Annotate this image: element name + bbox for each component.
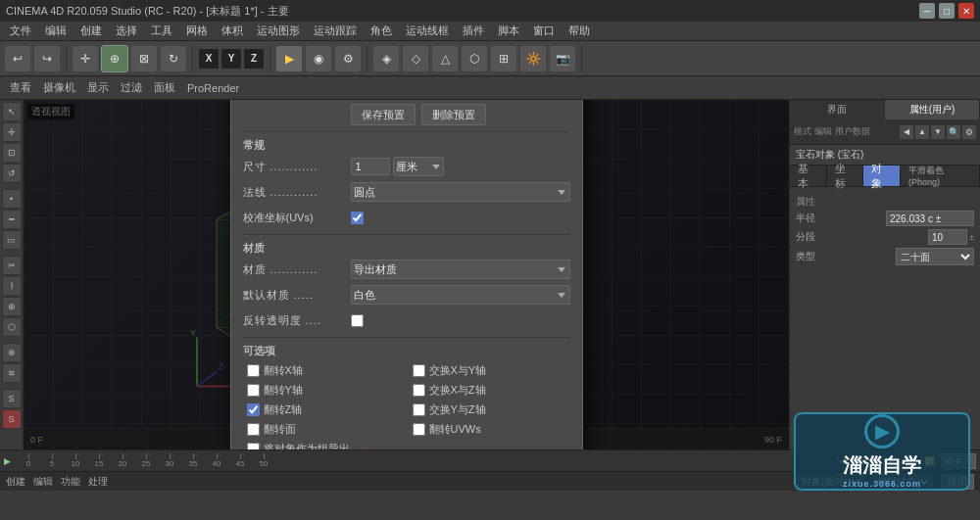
tool-z-constraint[interactable]: Z <box>243 48 265 70</box>
flip-x-checkbox[interactable] <box>247 364 260 377</box>
tool-scale[interactable]: ⊠ <box>130 45 158 72</box>
rp-tab-interface[interactable]: 界面 <box>790 100 885 119</box>
segments-input[interactable] <box>928 229 967 245</box>
tool-obj4[interactable]: ⬡ <box>461 45 488 72</box>
menu-item-14[interactable]: 帮助 <box>563 23 596 40</box>
reflectance-checkbox[interactable] <box>351 314 364 327</box>
menu-item-8[interactable]: 运动跟踪 <box>308 23 363 40</box>
tool-obj3[interactable]: △ <box>431 45 459 72</box>
timeline-ruler[interactable]: 05101520253035404550 <box>17 450 831 471</box>
lp-edge[interactable]: ━ <box>2 210 22 229</box>
radius-input[interactable] <box>886 211 974 226</box>
menu-item-12[interactable]: 脚本 <box>492 23 525 40</box>
flip-z-checkbox[interactable] <box>247 403 260 416</box>
tool-obj1[interactable]: ◈ <box>372 45 400 72</box>
tl-next[interactable]: ▶| <box>883 454 900 467</box>
rp-tab-attributes[interactable]: 属性(用户) <box>885 100 980 119</box>
rp-icon-arrow-down[interactable]: ▼ <box>931 125 945 139</box>
lp-point[interactable]: • <box>2 189 22 209</box>
lp-poly[interactable]: ▭ <box>2 230 22 250</box>
bb-apply-button[interactable]: 应用 <box>941 474 974 490</box>
obj-tab-object[interactable]: 对象 <box>863 165 901 186</box>
tool-obj6[interactable]: 🔆 <box>519 45 547 72</box>
tool-rotate[interactable]: ↻ <box>160 45 187 72</box>
menu-item-5[interactable]: 网格 <box>180 23 214 40</box>
obj-tab-basic[interactable]: 基本 <box>790 165 827 186</box>
uv-checkbox[interactable] <box>351 212 364 224</box>
save-preset-button[interactable]: 保存预置 <box>351 104 416 125</box>
lp-extrude[interactable]: ⊕ <box>2 297 22 316</box>
tool-x-constraint[interactable]: X <box>198 48 220 70</box>
lp-move[interactable]: ✛ <box>2 122 22 142</box>
close-button[interactable]: ✕ <box>958 3 974 19</box>
lp-scale[interactable]: ⊡ <box>2 143 22 163</box>
tool-select[interactable]: ✛ <box>72 45 99 72</box>
rp-icon-arrow-up[interactable]: ▲ <box>915 125 929 139</box>
tool-render-view[interactable]: ◉ <box>305 45 332 72</box>
lp-rotate[interactable]: ↺ <box>2 164 22 183</box>
maximize-button[interactable]: □ <box>939 3 955 19</box>
bb-process[interactable]: 处理 <box>88 475 108 489</box>
tool-y-constraint[interactable]: Y <box>220 48 242 70</box>
rp-icon-settings[interactable]: ⚙ <box>962 125 976 139</box>
lp-magnet[interactable]: ⊗ <box>2 343 22 362</box>
tool-move[interactable]: ⊕ <box>101 45 128 72</box>
size-unit-select[interactable]: 厘米 毫米 米 <box>393 157 444 176</box>
bb-function[interactable]: 功能 <box>61 475 80 489</box>
flip-y-checkbox[interactable] <box>247 384 260 397</box>
tool-undo[interactable]: ↩ <box>4 45 31 72</box>
menu-item-10[interactable]: 运动线框 <box>400 23 455 40</box>
tool-obj5[interactable]: ⊞ <box>490 45 517 72</box>
bb-object-mode-select[interactable]: 对象(相对) <box>797 474 864 490</box>
vp-menu-camera[interactable]: 摄像机 <box>39 80 79 95</box>
tool-obj2[interactable]: ◇ <box>402 45 429 72</box>
bb-create[interactable]: 创建 <box>6 475 25 489</box>
delete-preset-button[interactable]: 删除预置 <box>421 104 486 125</box>
obj-tab-coord[interactable]: 坐标 <box>827 165 864 186</box>
vp-menu-prorender[interactable]: ProRender <box>183 82 243 94</box>
tl-loop-btn[interactable]: 🔁 <box>924 456 935 466</box>
rp-icon-arrow-left[interactable]: ◀ <box>900 125 913 139</box>
export-group-checkbox[interactable] <box>247 443 260 450</box>
size-input[interactable] <box>351 158 390 175</box>
tool-render-settings[interactable]: ⚙ <box>334 45 362 72</box>
tool-cam[interactable]: 📷 <box>549 45 576 72</box>
flip-face-checkbox[interactable] <box>247 423 260 436</box>
menu-item-11[interactable]: 插件 <box>457 23 490 40</box>
tool-redo[interactable]: ↪ <box>33 45 61 72</box>
menu-item-3[interactable]: 选择 <box>110 23 143 40</box>
lp-s1[interactable]: S <box>2 389 22 408</box>
tl-record-btn[interactable]: ⏺ <box>906 456 914 466</box>
tl-back[interactable]: ◀ <box>852 454 865 467</box>
obj-tab-phong[interactable]: 平滑着色(Phong) <box>901 165 980 186</box>
rp-icon-search[interactable]: 🔍 <box>947 125 960 139</box>
menu-item-1[interactable]: 编辑 <box>39 23 73 40</box>
tl-play[interactable]: ▶ <box>867 454 881 467</box>
vp-menu-filter[interactable]: 过滤 <box>117 80 146 95</box>
menu-item-9[interactable]: 角色 <box>365 23 398 40</box>
default-mat-select[interactable]: 白色 灰色 <box>351 285 570 305</box>
swap-yz-checkbox[interactable] <box>413 403 425 416</box>
lp-bridge[interactable]: ⌇ <box>2 276 22 296</box>
bb-align-select[interactable]: 绝对对齐 <box>872 474 933 490</box>
tl-prev[interactable]: |◀ <box>833 454 850 467</box>
menu-item-2[interactable]: 创建 <box>74 23 108 40</box>
normals-select[interactable]: 圆点 无 <box>351 182 570 202</box>
material-select[interactable]: 导出材质 无 <box>351 260 570 279</box>
lp-bevel[interactable]: ⬡ <box>2 317 22 337</box>
vp-menu-panel[interactable]: 面板 <box>150 80 179 95</box>
menu-item-4[interactable]: 工具 <box>145 23 178 40</box>
menu-item-13[interactable]: 窗口 <box>527 23 561 40</box>
lp-s2[interactable]: S <box>2 409 22 429</box>
vp-menu-display[interactable]: 显示 <box>83 80 113 95</box>
lp-smooth[interactable]: ≋ <box>2 363 22 383</box>
lp-select[interactable]: ↖ <box>2 102 22 121</box>
menu-item-6[interactable]: 体积 <box>216 23 249 40</box>
viewport[interactable]: 透视视图 <box>24 100 789 449</box>
swap-xz-checkbox[interactable] <box>413 384 425 397</box>
bb-edit[interactable]: 编辑 <box>33 475 53 489</box>
tool-render[interactable]: ▶ <box>275 45 303 72</box>
vp-menu-view[interactable]: 查看 <box>6 80 35 95</box>
menu-item-7[interactable]: 运动图形 <box>251 23 306 40</box>
swap-xy-checkbox[interactable] <box>413 364 425 377</box>
